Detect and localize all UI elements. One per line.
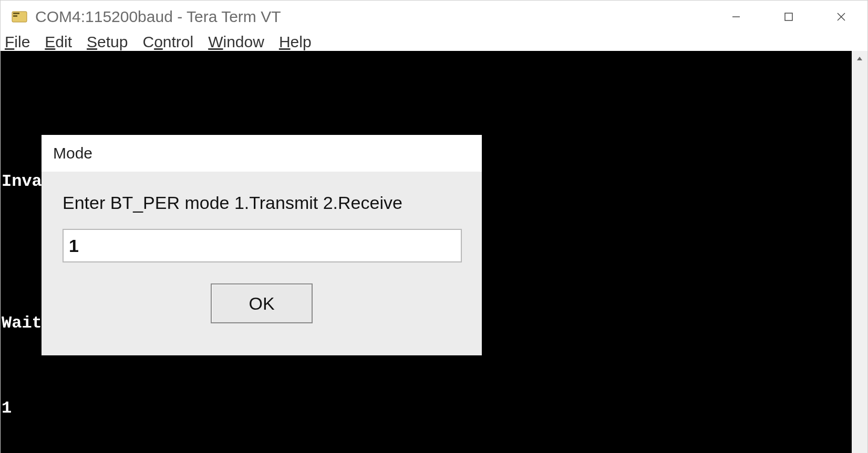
menu-window[interactable]: Window bbox=[208, 33, 264, 51]
terminal-line: 1 bbox=[1, 394, 852, 423]
menu-edit[interactable]: Edit bbox=[45, 33, 72, 51]
app-icon bbox=[11, 8, 28, 25]
svg-marker-7 bbox=[857, 57, 862, 60]
ok-button[interactable]: OK bbox=[211, 283, 313, 323]
dialog-buttons: OK bbox=[63, 283, 461, 323]
menu-control[interactable]: Control bbox=[142, 33, 193, 51]
menu-setup[interactable]: Setup bbox=[87, 33, 128, 51]
dialog-body: Enter BT_PER mode 1.Transmit 2.Receive O… bbox=[42, 172, 482, 355]
main-window: COM4:115200baud - Tera Term VT File Edit… bbox=[0, 0, 868, 453]
scroll-up-icon[interactable] bbox=[852, 51, 867, 67]
window-title: COM4:115200baud - Tera Term VT bbox=[35, 8, 710, 26]
menu-file[interactable]: File bbox=[5, 33, 30, 51]
menu-bar: File Edit Setup Control Window Help bbox=[1, 33, 867, 51]
mode-dialog: Mode Enter BT_PER mode 1.Transmit 2.Rece… bbox=[42, 135, 482, 355]
window-controls bbox=[710, 1, 867, 33]
title-bar: COM4:115200baud - Tera Term VT bbox=[1, 1, 867, 33]
scrollbar-track[interactable] bbox=[852, 67, 867, 453]
menu-help[interactable]: Help bbox=[279, 33, 312, 51]
svg-rect-4 bbox=[785, 13, 792, 20]
dialog-prompt: Enter BT_PER mode 1.Transmit 2.Receive bbox=[63, 193, 461, 213]
svg-rect-2 bbox=[13, 15, 17, 17]
dialog-title: Mode bbox=[42, 135, 482, 172]
mode-input[interactable] bbox=[63, 229, 462, 262]
minimize-button[interactable] bbox=[710, 1, 762, 33]
close-button[interactable] bbox=[815, 1, 867, 33]
maximize-button[interactable] bbox=[762, 1, 815, 33]
vertical-scrollbar[interactable] bbox=[852, 51, 867, 453]
svg-rect-1 bbox=[13, 13, 19, 14]
terminal-area: Inva Wait 1 1 Load Load at+rsi_opermode=… bbox=[1, 51, 867, 453]
